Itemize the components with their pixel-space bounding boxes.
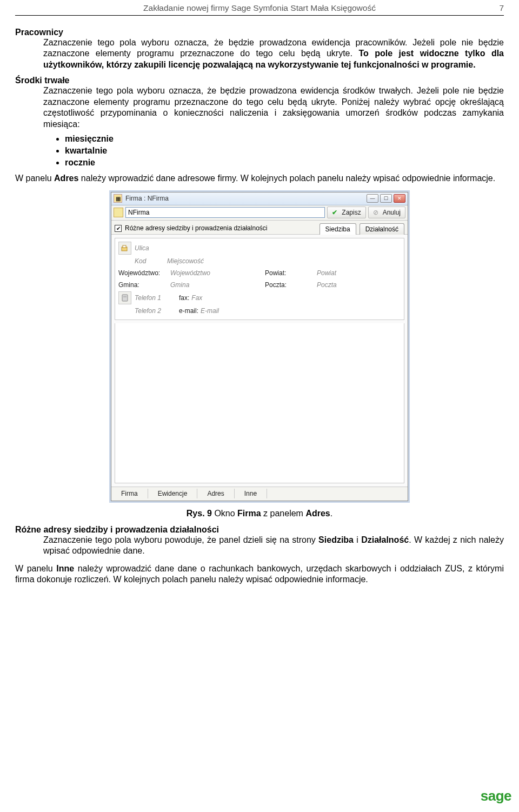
different-addresses-checkbox[interactable]: ✔ [115, 225, 122, 232]
address-icon [118, 242, 131, 255]
svg-rect-2 [122, 295, 128, 301]
firma-window: ▦ Firma : NFirma — ☐ ✕ ✔ Zapisz ⊘ Anuluj [111, 192, 408, 501]
heading-pracownicy: Pracownicy [15, 28, 504, 37]
paragraph-rozne: Zaznaczenie tego pola wyboru powoduje, ż… [43, 535, 504, 557]
company-name-input[interactable] [125, 207, 325, 218]
maximize-button[interactable]: ☐ [380, 194, 392, 203]
svg-rect-1 [123, 245, 126, 248]
county-field[interactable]: Powiat [317, 269, 336, 277]
checkbox-label: Różne adresy siedziby i prowadzenia dzia… [125, 224, 267, 232]
list-item: kwartalnie [65, 146, 504, 156]
empty-area [115, 323, 404, 483]
bottom-tabs: Firma Ewidencje Adres Inne [111, 487, 408, 501]
figure-caption: Rys. 9 Okno Firma z panelem Adres. [15, 509, 504, 518]
phone2-field[interactable]: Telefon 2 [135, 307, 172, 315]
cancel-icon: ⊘ [373, 209, 381, 216]
page-number: 7 [488, 3, 504, 13]
fax-field[interactable]: Fax [191, 294, 229, 302]
svg-point-4 [124, 296, 125, 297]
btab-inne[interactable]: Inne [235, 488, 267, 500]
check-icon: ✔ [332, 209, 340, 216]
list-item: miesięcznie [65, 134, 504, 144]
paragraph-pracownicy: Zaznaczenie tego pola wyboru oznacza, że… [43, 37, 504, 70]
address-panel: Ulica Kod Miejscowość Województwo:Wojewó… [115, 238, 404, 320]
tab-siedziba[interactable]: Siedziba [320, 223, 356, 235]
list-item: rocznie [65, 158, 504, 168]
cancel-button[interactable]: ⊘ Anuluj [368, 207, 405, 218]
bullet-list: miesięcznie kwartalnie rocznie [65, 134, 504, 168]
header-title: Zakładanie nowej firmy Sage Symfonia Sta… [31, 3, 488, 13]
phone1-field[interactable]: Telefon 1 [135, 294, 172, 302]
sage-logo: sage [481, 788, 511, 804]
window-title: Firma : NFirma [125, 195, 367, 202]
postcode-field[interactable]: Kod [135, 257, 167, 265]
name-icon [114, 208, 123, 217]
paragraph-adres: W panelu Adres należy wprowadzić dane ad… [15, 173, 504, 184]
heading-srodki: Środki trwałe [15, 76, 504, 85]
page-header: Zakładanie nowej firmy Sage Symfonia Sta… [15, 0, 504, 16]
close-button[interactable]: ✕ [394, 194, 405, 203]
post-field[interactable]: Poczta [317, 281, 337, 289]
svg-point-3 [123, 296, 124, 297]
city-field[interactable]: Miejscowość [167, 257, 204, 265]
save-button[interactable]: ✔ Zapisz [327, 207, 365, 218]
street-field[interactable]: Ulica [135, 244, 149, 252]
tabs-row: ✔ Różne adresy siedziby i prowadzenia dz… [111, 221, 408, 235]
email-field[interactable]: E-mail [201, 307, 238, 315]
svg-point-5 [125, 296, 127, 297]
window-icon: ▦ [114, 194, 122, 203]
btab-ewidencje[interactable]: Ewidencje [148, 488, 197, 500]
heading-rozne: Różne adresy siedziby i prowadzenia dzia… [15, 525, 504, 535]
paragraph-inne: W panelu Inne należy wprowadzić dane dan… [15, 563, 504, 585]
titlebar[interactable]: ▦ Firma : NFirma — ☐ ✕ [111, 192, 408, 205]
btab-firma[interactable]: Firma [111, 488, 148, 500]
btab-adres[interactable]: Adres [197, 488, 234, 500]
tab-dzialalnosc[interactable]: Działalność [360, 223, 404, 235]
commune-field[interactable]: Gmina [170, 281, 189, 289]
paragraph-srodki: Zaznaczenie tego pola wyboru oznacza, że… [43, 85, 504, 130]
minimize-button[interactable]: — [367, 194, 378, 203]
toolbar: ✔ Zapisz ⊘ Anuluj [111, 205, 408, 221]
phone-icon [118, 291, 131, 304]
voivodeship-field[interactable]: Województwo [170, 269, 210, 277]
